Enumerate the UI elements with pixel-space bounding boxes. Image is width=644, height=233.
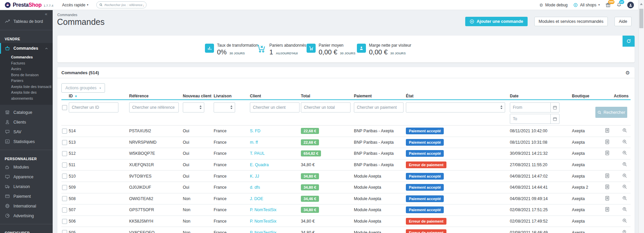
breadcrumb[interactable]: Commandes xyxy=(57,13,77,17)
column-header-client[interactable]: Client xyxy=(250,93,301,100)
filter-delivery-select[interactable] xyxy=(214,102,235,112)
scrollbar-thumb[interactable] xyxy=(639,9,643,28)
invoice-icon[interactable] xyxy=(605,173,609,178)
table-row[interactable]: 506 KK58JSMYH Non France P. NomTestSix 3… xyxy=(61,216,631,227)
filter-new-client-select[interactable] xyxy=(183,102,204,112)
quick-access-dropdown[interactable]: Accès rapide▾ xyxy=(62,3,88,7)
column-header-id[interactable]: ID▼ xyxy=(69,93,129,100)
gift-notifications-button[interactable]: 559 xyxy=(605,2,611,8)
invoice-icon[interactable] xyxy=(605,139,609,144)
view-order-icon[interactable] xyxy=(622,230,627,233)
filter-reference-input[interactable] xyxy=(129,102,179,112)
prestashop-logo[interactable]: PrestaShop 1.7.7.4 xyxy=(5,2,53,8)
view-order-icon[interactable] xyxy=(622,128,627,133)
grid-settings-gear-icon[interactable]: ⚙ xyxy=(626,67,630,78)
sidebar-item-statistiques[interactable]: Statistiques xyxy=(0,137,53,146)
row-checkbox[interactable] xyxy=(62,151,67,156)
scroll-up-arrow[interactable] xyxy=(640,3,643,5)
submenu-item-factures[interactable]: Factures xyxy=(11,60,51,66)
bell-notifications-button[interactable]: 27 xyxy=(616,2,622,7)
filter-id-input[interactable] xyxy=(69,102,118,112)
kpi-refresh-button[interactable] xyxy=(623,36,635,47)
select-all-checkbox[interactable] xyxy=(62,105,67,110)
calendar-icon[interactable] xyxy=(550,103,559,112)
column-header-reference[interactable]: Référence xyxy=(129,93,183,100)
bulk-actions-button[interactable]: Actions groupées▾ xyxy=(61,83,105,93)
sidebar-item-clients[interactable]: Clients xyxy=(0,117,53,127)
row-checkbox[interactable] xyxy=(62,129,67,134)
client-link[interactable]: P. NomTestSix xyxy=(250,230,276,233)
column-header-total[interactable]: Total xyxy=(301,93,354,100)
view-order-icon[interactable] xyxy=(622,139,627,144)
table-row[interactable]: 514 PSTAXU5I2 Oui France S. FD 22,68 € B… xyxy=(61,126,631,137)
sidebar-item-international[interactable]: International xyxy=(0,201,53,211)
table-row[interactable]: 509 OJ0JIKDUF Oui France d. dfs 34,80 € … xyxy=(61,182,631,193)
table-row[interactable]: 511 XUEFQN31R Oui France E. Quadra 34,80… xyxy=(61,159,631,171)
table-row[interactable]: 510 9VTO9IYES Oui France K. JJ 34,80 € M… xyxy=(61,171,631,182)
help-button[interactable]: Aide xyxy=(614,17,632,26)
recommended-modules-button[interactable]: Modules et services recommandés xyxy=(534,17,608,26)
sidebar-item-paiement[interactable]: Paiement xyxy=(0,191,53,201)
table-row[interactable]: 508 OWIGTEA62 Non France J. DOE 34,46 € … xyxy=(61,193,631,204)
filter-date-to-input[interactable] xyxy=(510,114,550,124)
filter-total-input[interactable] xyxy=(301,102,351,112)
client-link[interactable]: P. NomTestSix xyxy=(250,207,276,212)
column-header-boutique[interactable]: Boutique xyxy=(572,93,595,100)
client-link[interactable]: K. JJ xyxy=(250,174,259,179)
row-checkbox[interactable] xyxy=(62,162,67,168)
search-submit-button[interactable]: Rechercher xyxy=(595,107,627,118)
sidebar-item-commandes[interactable]: Commandes xyxy=(0,43,53,54)
row-checkbox[interactable] xyxy=(62,185,67,190)
table-row[interactable]: 507 GPS7TSOFR Non France P. NomTestSix 3… xyxy=(61,204,631,216)
client-link[interactable]: T. PAUL xyxy=(250,151,265,156)
column-header-nouveau-client[interactable]: Nouveau client xyxy=(183,93,214,100)
view-order-icon[interactable] xyxy=(622,162,627,167)
view-order-icon[interactable] xyxy=(622,218,627,223)
submenu-item-bons-de-livraison[interactable]: Bons de livraison xyxy=(11,72,51,78)
row-checkbox[interactable] xyxy=(62,219,67,224)
submenu-item-paniers[interactable]: Paniers xyxy=(11,78,51,84)
view-order-icon[interactable] xyxy=(622,207,627,212)
row-checkbox[interactable] xyxy=(62,196,67,201)
column-header-paiement[interactable]: Paiement xyxy=(354,93,406,100)
column-header-livraison[interactable]: Livraison xyxy=(214,93,250,100)
invoice-icon[interactable] xyxy=(605,128,609,133)
client-link[interactable]: d. dfs xyxy=(250,185,260,190)
submenu-item-axepta-transactions[interactable]: Axepta liste des transactions xyxy=(11,84,51,90)
submenu-item-commandes[interactable]: Commandes xyxy=(11,54,51,60)
client-link[interactable]: S. FD xyxy=(250,129,260,133)
view-order-icon[interactable] xyxy=(622,150,627,155)
search-input[interactable] xyxy=(104,3,144,7)
sidebar-item-livraison[interactable]: Livraison xyxy=(0,182,53,191)
view-order-icon[interactable] xyxy=(622,184,627,189)
sidebar-collapse-button[interactable]: « xyxy=(0,10,53,16)
column-header-date[interactable]: Date xyxy=(510,93,572,100)
row-checkbox[interactable] xyxy=(62,207,67,213)
client-link[interactable]: J. DOE xyxy=(250,196,263,201)
invoice-icon[interactable] xyxy=(605,184,609,189)
sidebar-item-modules[interactable]: Modules xyxy=(0,162,53,172)
view-order-icon[interactable] xyxy=(622,173,627,178)
user-avatar[interactable] xyxy=(627,2,634,8)
calendar-icon[interactable] xyxy=(550,114,559,124)
column-header-etat[interactable]: État xyxy=(406,93,510,100)
table-row[interactable]: 505 VY6CEEQEO Non France P. NomTestSix 3… xyxy=(61,227,631,233)
add-order-button[interactable]: Ajouter une commande xyxy=(465,17,528,26)
submenu-item-axepta-abonnements[interactable]: Axepta liste des abonnements xyxy=(11,90,51,101)
filter-payment-input[interactable] xyxy=(354,102,404,112)
vertical-scrollbar[interactable] xyxy=(638,0,644,233)
sidebar-item-sav[interactable]: SAV xyxy=(0,127,53,137)
filter-date-from-input[interactable] xyxy=(510,103,550,112)
view-order-icon[interactable] xyxy=(622,196,627,201)
filter-client-input[interactable] xyxy=(250,102,300,112)
client-link[interactable]: m. ff xyxy=(250,140,258,145)
invoice-icon[interactable] xyxy=(605,150,609,155)
sidebar-item-apparence[interactable]: Apparence xyxy=(0,172,53,182)
client-link[interactable]: P. NomTestSix xyxy=(250,219,276,224)
sidebar-item-dashboard[interactable]: Tableau de bord xyxy=(0,16,53,27)
filter-state-select[interactable] xyxy=(406,102,505,112)
submenu-item-avoirs[interactable]: Avoirs xyxy=(11,66,51,72)
client-link[interactable]: E. Quadra xyxy=(250,162,269,167)
sidebar-item-advertising[interactable]: Advertising xyxy=(0,211,53,221)
table-row[interactable]: 513 NRVRSPWMD Oui France m. ff 22,68 € B… xyxy=(61,137,631,148)
